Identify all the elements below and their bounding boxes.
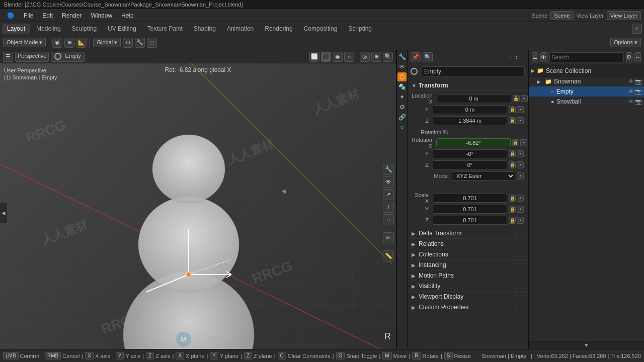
- transform-pivot-btn[interactable]: ⊙: [123, 38, 133, 48]
- scale-x-input[interactable]: [433, 194, 507, 203]
- instancing-row[interactable]: ▶ Instancing ⋮⋮: [408, 259, 528, 270]
- proportional-btn[interactable]: ◌: [147, 38, 157, 48]
- empty-object-item[interactable]: ○ Empty 👁 📷: [529, 86, 644, 97]
- snap-key[interactable]: G: [336, 352, 345, 359]
- scale-x-lock[interactable]: 🔒: [509, 195, 516, 202]
- rotation-y-input[interactable]: [433, 149, 507, 158]
- props-physics-btn[interactable]: ⚙: [397, 103, 407, 112]
- snowman-collection-item[interactable]: ▶ 📁 Snowman 👁 📷: [529, 76, 644, 86]
- props-tool-btn[interactable]: 🔧: [397, 52, 407, 61]
- scale-z-lock[interactable]: 🔒: [509, 217, 516, 224]
- view-layer-selector[interactable]: View Layer: [607, 11, 641, 20]
- rotation-x-lock[interactable]: 🔒: [512, 139, 519, 146]
- rotation-x-input[interactable]: [436, 138, 511, 147]
- select-btn[interactable]: ↗: [383, 189, 394, 200]
- viewport-overlays-btn[interactable]: ◉: [52, 38, 62, 48]
- scale-x-dot[interactable]: •: [517, 195, 524, 202]
- tab-layout[interactable]: Layout: [2, 24, 30, 34]
- measure-btn[interactable]: 📏: [383, 250, 394, 261]
- snowball-object-item[interactable]: ● Snowball 👁 📷: [529, 97, 644, 107]
- snowball-vis-btn[interactable]: 👁: [628, 99, 634, 105]
- outliner-display-mode[interactable]: 👁: [540, 52, 547, 62]
- visibility-row[interactable]: ▶ Visibility ⋮⋮: [408, 281, 528, 291]
- props-modifiers-btn[interactable]: 🔩: [397, 82, 407, 92]
- tab-compositing[interactable]: Compositing: [299, 24, 343, 34]
- location-y-lock[interactable]: 🔒: [509, 106, 516, 113]
- show-gizmo-btn[interactable]: 📐: [76, 38, 87, 48]
- tab-rendering[interactable]: Rendering: [260, 24, 297, 34]
- collections-row[interactable]: ▶ Collections ⋮⋮: [408, 249, 528, 259]
- annotate-btn[interactable]: ✏: [383, 232, 394, 243]
- rotation-x-dot[interactable]: •: [520, 139, 527, 146]
- props-particles-btn[interactable]: ✦: [397, 93, 407, 102]
- move-key[interactable]: M: [382, 352, 391, 359]
- tab-modeling[interactable]: Modeling: [31, 24, 66, 34]
- viewport-shade-wire[interactable]: ⬜: [309, 52, 319, 62]
- mode-selector[interactable]: Object Mode ▾: [3, 38, 46, 47]
- snowball-render-btn[interactable]: 📷: [635, 99, 642, 105]
- props-object-data-btn[interactable]: ○: [397, 123, 407, 132]
- rotation-z-lock[interactable]: 🔒: [509, 161, 516, 168]
- blender-icon[interactable]: 🔵: [3, 11, 19, 20]
- viewport[interactable]: ☰ Perspective Empty ⬜ ⬛ ◉ ○ ◎ ⊕ 🔍: [0, 50, 396, 349]
- rotate-key[interactable]: R: [412, 352, 421, 359]
- add-btn[interactable]: +: [383, 202, 394, 213]
- viewport-gizmo-toggle[interactable]: ⊕: [371, 52, 381, 62]
- location-y-dot[interactable]: •: [517, 106, 524, 113]
- empty-display-btn[interactable]: Empty: [51, 52, 84, 62]
- resize-key[interactable]: S: [444, 352, 453, 359]
- viewport-menu-btn[interactable]: ☰: [3, 52, 13, 62]
- outliner-filter-btn[interactable]: ⚙: [626, 52, 632, 62]
- location-y-input[interactable]: [433, 105, 507, 114]
- scale-y-input[interactable]: [433, 205, 507, 214]
- delta-transform-row[interactable]: ▶ Delta Transform ⋮⋮: [408, 228, 528, 238]
- outliner-menu-btn[interactable]: ☰: [532, 52, 538, 62]
- motion-paths-row[interactable]: ▶ Motion Paths ⋮⋮: [408, 270, 528, 281]
- xplane-key[interactable]: X: [176, 352, 184, 359]
- confirm-key[interactable]: LMB: [3, 352, 19, 359]
- gizmo-btn[interactable]: ⊕: [64, 38, 74, 48]
- outliner-sync-btn[interactable]: ↔: [634, 52, 641, 62]
- location-x-input[interactable]: [437, 94, 511, 103]
- rotation-y-lock[interactable]: 🔒: [509, 150, 516, 157]
- rotation-mode-select[interactable]: XYZ Euler XZY Euler YXZ Euler YZX Euler …: [452, 171, 515, 180]
- tab-animation[interactable]: Animation: [222, 24, 259, 34]
- props-view-btn[interactable]: 👁: [397, 62, 407, 71]
- relations-row[interactable]: ▶ Relations ⋮⋮: [408, 238, 528, 249]
- viewport-shading-solid[interactable]: Perspective: [15, 52, 49, 62]
- menu-window[interactable]: Window: [87, 11, 116, 20]
- location-z-dot[interactable]: •: [517, 117, 524, 124]
- location-x-lock[interactable]: 🔒: [513, 95, 520, 102]
- tab-scripting[interactable]: Scripting: [343, 24, 377, 34]
- tab-shading[interactable]: Shading: [189, 24, 221, 34]
- view-btn[interactable]: 👁: [383, 176, 394, 188]
- yaxis-key[interactable]: Y: [116, 352, 124, 359]
- scale-y-dot[interactable]: •: [517, 206, 524, 213]
- mode-dot[interactable]: •: [517, 172, 524, 179]
- props-search-btn[interactable]: 🔍: [423, 52, 433, 62]
- rotation-z-input[interactable]: [433, 160, 507, 169]
- viewport-overlays-toggle[interactable]: ◎: [360, 52, 370, 62]
- viewport-canvas[interactable]: Rot: -6.82 along global X User Perspecti…: [0, 63, 396, 349]
- transform-btn[interactable]: ↔: [383, 214, 394, 225]
- menu-edit[interactable]: Edit: [38, 11, 57, 20]
- collapse-left-btn[interactable]: ◀: [0, 203, 7, 223]
- tab-uv-editing[interactable]: UV Editing: [103, 24, 141, 34]
- props-constraints-btn[interactable]: 🔗: [397, 113, 407, 122]
- yplane-key[interactable]: Y: [210, 352, 218, 359]
- tab-sculpting[interactable]: Sculpting: [67, 24, 102, 34]
- empty-vis-btn[interactable]: 👁: [628, 88, 634, 95]
- viewport-shade-render[interactable]: ○: [344, 52, 354, 62]
- zaxis-key[interactable]: Z: [146, 352, 154, 359]
- location-z-input[interactable]: [433, 116, 507, 125]
- empty-render-btn[interactable]: 📷: [635, 88, 642, 95]
- tools-btn[interactable]: 🔧: [383, 164, 394, 175]
- viewport-display-row[interactable]: ▶ Viewport Display ⋮⋮: [408, 291, 528, 302]
- global-selector[interactable]: Global ▾: [93, 38, 121, 47]
- custom-properties-row[interactable]: ▶ Custom Properties ⋮⋮: [408, 302, 528, 312]
- menu-file[interactable]: File: [20, 11, 37, 20]
- menu-help[interactable]: Help: [117, 11, 138, 20]
- clear-key[interactable]: C: [278, 352, 286, 359]
- snap-btn[interactable]: 🔧: [135, 38, 145, 48]
- zplane-key[interactable]: Z: [244, 352, 252, 359]
